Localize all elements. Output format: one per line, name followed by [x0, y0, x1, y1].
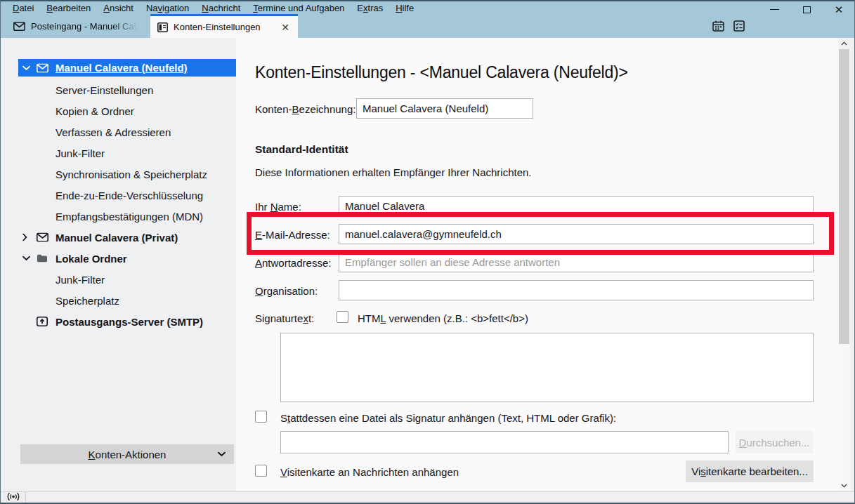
sidebar-item-verfassen-adressieren[interactable]: Verfassen & Adressieren [18, 121, 236, 142]
organization-label: Organisation: [255, 285, 318, 297]
sidebar-item-ende-zu-ende-verschlüsselung[interactable]: Ende-zu-Ende-Verschlüsselung [18, 185, 236, 206]
html-signature-checkbox[interactable] [337, 311, 348, 323]
tasks-icon[interactable] [733, 20, 745, 32]
account-actions-label: Konten-Aktionen [89, 449, 167, 460]
smtp-icon [37, 317, 48, 326]
scrollbar-thumb[interactable] [839, 49, 849, 344]
folder-icon [37, 254, 48, 263]
browse-button[interactable]: Durchsuchen... [736, 431, 813, 453]
menu-item-termine-und-aufgaben[interactable]: Termine und Aufgaben [247, 2, 351, 14]
tabbar-toolbar [712, 14, 745, 38]
sidebar-item-postausgangs-server-smtp[interactable]: Postausgangs-Server (SMTP) [18, 311, 236, 332]
signature-textarea[interactable] [280, 333, 814, 402]
vcard-label: Visitenkarte an Nachrichten anhängen [280, 466, 459, 478]
html-signature-label: HTML verwenden (z.B.: <b>fett</b>) [358, 312, 528, 324]
scroll-up-button[interactable] [838, 38, 850, 49]
sidebar-item-lokale-ordner[interactable]: Lokale Ordner [18, 248, 236, 269]
menu-item-extras[interactable]: Extras [351, 2, 389, 14]
status-bar [1, 491, 854, 503]
chevron-down-icon[interactable] [22, 65, 30, 70]
tab-inbox[interactable]: Posteingang - Manuel Calavera [6, 14, 147, 38]
signature-text-label: Signaturtext: [255, 312, 314, 324]
sidebar-item-label: Manuel Calavera (Privat) [56, 232, 178, 244]
edit-vcard-button[interactable]: Visitenkarte bearbeiten... [686, 460, 814, 482]
mail-icon [37, 233, 48, 242]
calendar-icon[interactable] [712, 20, 724, 32]
sidebar-item-junk-filter[interactable]: Junk-Filter [18, 269, 236, 290]
sidebar-item-label: Junk-Filter [56, 147, 105, 159]
sidebar-item-label: Empfangsbestätigungen (MDN) [56, 211, 203, 223]
sidebar-item-label: Verfassen & Adressieren [56, 126, 171, 138]
tab-account-settings[interactable]: Konten-Einstellungen ✕ [150, 14, 298, 38]
sidebar-item-label: Synchronisation & Speicherplatz [56, 168, 207, 180]
tab-label: Konten-Einstellungen [174, 22, 261, 32]
tab-bar: Posteingang - Manuel Calavera Konten-Ein… [1, 14, 854, 38]
chevron-down-icon[interactable] [22, 256, 30, 261]
tab-label: Posteingang - Manuel Calavera [31, 21, 140, 32]
sidebar-item-kopien-ordner[interactable]: Kopien & Ordner [18, 100, 236, 121]
sidebar-item-synchronisation-speicherplatz[interactable]: Synchronisation & Speicherplatz [18, 164, 236, 185]
menu-item-nachricht[interactable]: Nachricht [195, 2, 247, 14]
mail-icon [37, 63, 48, 72]
account-name-input[interactable] [356, 98, 533, 119]
vcard-checkbox[interactable] [255, 465, 267, 477]
thunderbird-window: DateiBearbeitenAnsichtNavigationNachrich… [0, 0, 855, 504]
attach-signature-file-label: Stattdessen eine Datei als Signatur anhä… [280, 412, 616, 424]
sidebar-item-empfangsbestätigungen-mdn[interactable]: Empfangsbestätigungen (MDN) [18, 206, 236, 227]
sidebar-item-label: Ende-zu-Ende-Verschlüsselung [56, 190, 203, 201]
close-button[interactable]: ✕ [832, 4, 846, 15]
menu-item-navigation[interactable]: Navigation [140, 2, 195, 14]
chevron-down-icon [218, 452, 226, 457]
menu-item-datei[interactable]: Datei [6, 2, 40, 14]
organization-input[interactable] [339, 280, 814, 300]
maximize-icon [803, 6, 811, 13]
scroll-down-button[interactable] [838, 480, 850, 491]
page-title: Konten-Einstellungen - <Manuel Calavera … [255, 63, 628, 82]
reply-to-input[interactable] [339, 252, 814, 272]
sidebar-item-label: Postausgangs-Server (SMTP) [56, 316, 203, 328]
minimize-icon [770, 9, 779, 10]
minimize-button[interactable] [767, 4, 781, 15]
signature-file-path-input[interactable] [280, 431, 729, 453]
maximize-button[interactable] [799, 4, 814, 15]
account-name-label: Konten-Bezeichnung: [255, 103, 355, 115]
email-address-label: E-Mail-Adresse: [255, 229, 330, 241]
window-controls: ✕ [767, 4, 846, 15]
reply-to-label: Antwortadresse: [255, 257, 331, 269]
close-icon: ✕ [835, 4, 844, 15]
account-tree-sidebar: Manuel Calavera (Neufeld)Server-Einstell… [1, 38, 236, 491]
menu-bar: DateiBearbeitenAnsichtNavigationNachrich… [1, 1, 854, 14]
account-actions-button[interactable]: Konten-Aktionen [20, 444, 234, 464]
email-address-input[interactable] [339, 224, 814, 244]
account-settings-pane: Konten-Einstellungen - <Manuel Calavera … [236, 38, 838, 491]
account-tree: Manuel Calavera (Neufeld)Server-Einstell… [1, 38, 236, 332]
sidebar-item-label: Server-Einstellungen [56, 84, 153, 96]
chevron-right-icon[interactable] [22, 234, 27, 241]
mail-icon [13, 22, 25, 31]
identity-section-title: Standard-Identität [255, 143, 348, 156]
sidebar-item-label: Junk-Filter [56, 274, 105, 286]
attach-signature-file-checkbox[interactable] [255, 411, 267, 423]
menu-item-ansicht[interactable]: Ansicht [97, 2, 140, 14]
broadcast-icon [6, 491, 20, 504]
vertical-scrollbar[interactable] [838, 38, 850, 491]
sidebar-item-manuel-calavera-privat[interactable]: Manuel Calavera (Privat) [18, 227, 236, 248]
menu-item-bearbeiten[interactable]: Bearbeiten [40, 2, 97, 14]
identity-section-description: Diese Informationen erhalten Empfänger I… [255, 166, 532, 178]
sidebar-item-label: Lokale Ordner [56, 253, 127, 265]
your-name-label: Ihr Name: [255, 201, 301, 213]
menu-item-hilfe[interactable]: Hilfe [389, 2, 420, 14]
sidebar-item-junk-filter[interactable]: Junk-Filter [18, 142, 236, 164]
sidebar-item-label: Speicherplatz [56, 295, 119, 307]
sidebar-item-manuel-calavera-neufeld[interactable]: Manuel Calavera (Neufeld) [18, 59, 236, 77]
your-name-input[interactable] [339, 196, 814, 216]
sidebar-item-speicherplatz[interactable]: Speicherplatz [18, 290, 236, 311]
sidebar-item-label: Manuel Calavera (Neufeld) [56, 62, 188, 74]
sidebar-item-server-einstellungen[interactable]: Server-Einstellungen [18, 79, 236, 100]
sidebar-item-label: Kopien & Ordner [56, 105, 134, 117]
account-settings-icon [157, 22, 168, 32]
window-edge [850, 38, 854, 491]
online-status-button[interactable] [1, 492, 26, 503]
tab-close-icon[interactable]: ✕ [280, 21, 291, 34]
